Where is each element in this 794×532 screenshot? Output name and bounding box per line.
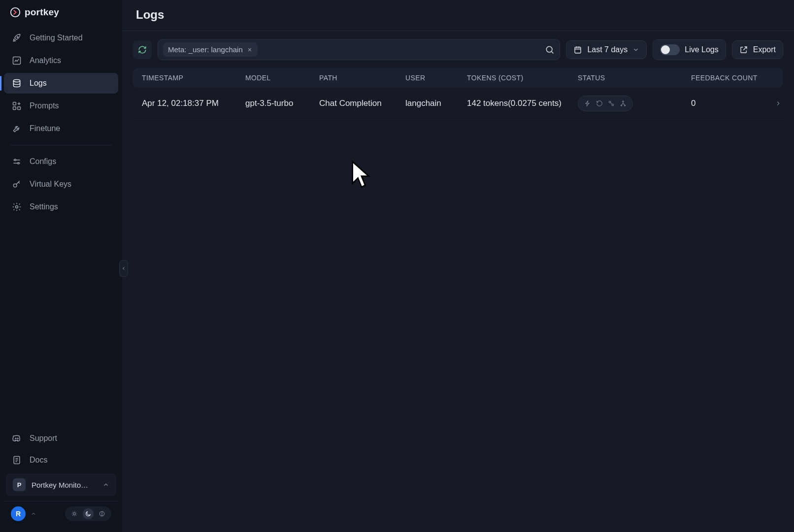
export-button[interactable]: Export (732, 40, 783, 59)
status-icons[interactable] (578, 96, 633, 111)
moon-icon[interactable] (83, 508, 94, 519)
bottom-bar: R (4, 501, 118, 528)
sidebar-item-label: Prompts (30, 101, 59, 110)
svg-rect-4 (13, 102, 16, 105)
rocket-icon (12, 33, 22, 43)
brand[interactable]: portkey (0, 0, 122, 27)
sidebar: portkey Getting Started Analytics Logs P… (0, 0, 122, 532)
org-avatar: P (13, 478, 26, 491)
sidebar-item-analytics[interactable]: Analytics (4, 50, 118, 71)
svg-point-9 (13, 184, 17, 187)
svg-point-3 (13, 80, 20, 82)
svg-rect-5 (13, 107, 16, 110)
svg-point-21 (621, 105, 622, 106)
brand-name: portkey (25, 7, 59, 18)
cell-status (578, 96, 691, 111)
trace-icon (606, 98, 617, 109)
chart-icon (12, 56, 22, 66)
col-status[interactable]: STATUS (578, 74, 691, 82)
cell-timestamp: Apr 12, 02:18:37 PM (142, 99, 245, 108)
grid-add-icon (12, 101, 22, 111)
page-header: Logs (122, 0, 794, 31)
tree-icon (618, 98, 629, 109)
svg-point-1 (17, 36, 18, 37)
live-logs-toggle[interactable]: Live Logs (653, 39, 726, 60)
sidebar-item-label: Virtual Keys (30, 180, 71, 189)
svg-point-22 (624, 105, 625, 106)
cell-path: Chat Completion (319, 99, 405, 108)
date-range-button[interactable]: Last 7 days (566, 40, 647, 59)
table-header: TIMESTAMP MODEL PATH USER TOKENS (COST) … (133, 68, 783, 88)
svg-point-8 (18, 163, 19, 164)
sidebar-item-docs[interactable]: Docs (4, 450, 118, 470)
brand-logo-icon (10, 7, 21, 18)
sidebar-item-label: Analytics (30, 56, 61, 65)
bolt-icon (582, 98, 593, 109)
col-tokens[interactable]: TOKENS (COST) (467, 74, 578, 82)
cell-tokens: 142 tokens(0.0275 cents) (467, 99, 578, 108)
wrench-icon (12, 124, 22, 133)
sun-icon[interactable] (69, 508, 80, 519)
main: Logs Meta: _user: langchain (122, 0, 794, 532)
svg-point-16 (547, 46, 553, 52)
user-menu[interactable]: R (11, 506, 36, 521)
sidebar-item-label: Logs (30, 79, 47, 88)
col-path[interactable]: PATH (319, 74, 405, 82)
auto-theme-icon[interactable] (97, 508, 107, 519)
filter-chip-remove[interactable] (247, 47, 253, 53)
cell-user: langchain (405, 99, 467, 108)
sidebar-item-label: Configs (30, 157, 56, 166)
svg-point-11 (15, 438, 16, 439)
chevron-up-icon (31, 511, 36, 517)
filter-chip[interactable]: Meta: _user: langchain (163, 42, 258, 57)
sidebar-item-support[interactable]: Support (4, 428, 118, 449)
date-range-label: Last 7 days (587, 45, 628, 54)
chevron-left-icon (121, 266, 126, 271)
svg-point-0 (11, 8, 20, 17)
export-label: Export (753, 45, 776, 54)
sidebar-item-getting-started[interactable]: Getting Started (4, 28, 118, 48)
svg-point-14 (73, 513, 76, 515)
table-row[interactable]: Apr 12, 02:18:37 PM gpt-3.5-turbo Chat C… (133, 88, 783, 120)
key-icon (12, 179, 22, 189)
refresh-icon (138, 45, 147, 54)
retry-icon (594, 98, 605, 109)
col-model[interactable]: MODEL (245, 74, 319, 82)
nav-divider (10, 145, 112, 145)
col-timestamp[interactable]: TIMESTAMP (142, 74, 245, 82)
live-logs-label: Live Logs (685, 45, 719, 54)
svg-point-10 (16, 206, 18, 208)
toggle-switch[interactable] (660, 44, 680, 55)
svg-point-7 (14, 159, 16, 161)
sidebar-item-configs[interactable]: Configs (4, 151, 118, 172)
sidebar-item-label: Settings (30, 202, 58, 211)
collapse-sidebar-button[interactable] (119, 260, 128, 277)
filter-bar[interactable]: Meta: _user: langchain (158, 39, 560, 60)
sidebar-item-finetune[interactable]: Finetune (4, 118, 118, 139)
sidebar-item-settings[interactable]: Settings (4, 197, 118, 217)
sliders-icon (12, 157, 22, 166)
chevron-right-icon (775, 100, 782, 107)
theme-switch[interactable] (65, 506, 111, 521)
row-expand[interactable] (775, 100, 787, 107)
sidebar-item-virtual-keys[interactable]: Virtual Keys (4, 174, 118, 195)
cell-feedback: 0 (691, 99, 775, 108)
nav-primary: Getting Started Analytics Logs Prompts F… (0, 27, 122, 218)
sidebar-footer: Support Docs P Portkey Monito… R (0, 423, 122, 532)
svg-point-20 (623, 101, 624, 102)
col-feedback[interactable]: FEEDBACK COUNT (691, 74, 775, 82)
sidebar-item-logs[interactable]: Logs (4, 73, 118, 94)
search-button[interactable] (545, 45, 555, 55)
sidebar-item-label: Docs (30, 456, 47, 465)
svg-rect-6 (18, 107, 21, 110)
sidebar-item-prompts[interactable]: Prompts (4, 96, 118, 116)
calendar-icon (573, 45, 582, 54)
chevron-down-icon (632, 46, 639, 53)
sidebar-item-label: Support (30, 434, 57, 443)
col-user[interactable]: USER (405, 74, 467, 82)
database-icon (12, 78, 22, 88)
svg-point-12 (17, 438, 18, 439)
chevron-up-icon (102, 481, 109, 488)
org-selector[interactable]: P Portkey Monito… (6, 473, 116, 496)
refresh-button[interactable] (133, 40, 152, 59)
